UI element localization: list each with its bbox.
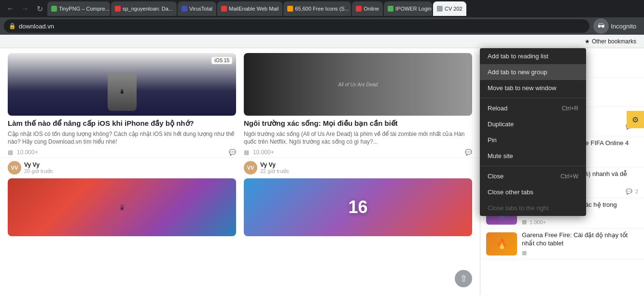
tab-ipower[interactable]: IPOWER Login bbox=[384, 1, 432, 16]
article-title-2: Ngôi trường xác sống: Mọi điều bạn cần b… bbox=[244, 119, 472, 128]
author-meta-1: Vy Vy 20 giờ trước bbox=[24, 161, 53, 174]
author-name-1: Vy Vy bbox=[24, 161, 53, 168]
comment-icon: 💬 bbox=[626, 188, 632, 195]
reload-button[interactable]: ↻ bbox=[33, 2, 46, 15]
bookmark-bar: ★ Other bookmarks bbox=[0, 35, 644, 48]
author-grid: VV Vy Vy 20 giờ trước VV Vy Vy 22 giờ tr… bbox=[0, 158, 480, 174]
ctx-shortcut: Ctrl+R bbox=[562, 105, 578, 112]
author-name-2: Vy Vy bbox=[260, 161, 289, 168]
tab-label: sp_nguyenloan: Da... bbox=[123, 6, 173, 12]
comment-icon: 💬 bbox=[465, 149, 472, 156]
settings-gear[interactable]: ⚙ bbox=[627, 111, 644, 128]
author-meta-2: Vy Vy 22 giờ trước bbox=[260, 161, 289, 174]
ctx-item-reload[interactable]: Reload Ctrl+R bbox=[480, 100, 586, 116]
tab-label: 65,600 Free Icons (S... bbox=[295, 6, 349, 12]
ctx-label: Duplicate bbox=[488, 121, 514, 128]
bar-icon: ▩ bbox=[522, 250, 527, 256]
comment-icon: 💬 bbox=[229, 149, 236, 156]
article-desc-1: Cập nhật iOS có tốn dung lượng không? Cá… bbox=[8, 130, 236, 147]
article-grid: iOS 15 📱 All of Us Are Dead bbox=[0, 48, 480, 119]
article-card-2: All of Us Are Dead bbox=[244, 53, 472, 116]
tab-online[interactable]: Online bbox=[352, 1, 383, 16]
ctx-item-close-others[interactable]: Close other tabs bbox=[480, 184, 586, 200]
ctx-item-mute[interactable]: Mute site bbox=[480, 148, 586, 164]
sidebar-item-7[interactable]: 🔥 Garena Free Fire: Cài đặt độ nhạy tốt … bbox=[480, 228, 644, 259]
incognito-label: Incognito bbox=[611, 23, 636, 30]
sb-info-7: Garena Free Fire: Cài đặt độ nhạy tốt nh… bbox=[522, 231, 638, 256]
main-area: iOS 15 📱 All of Us Are Dead Làm thế nào … bbox=[0, 48, 644, 295]
lock-icon: 🔒 bbox=[9, 23, 16, 29]
ctx-item-duplicate[interactable]: Duplicate bbox=[480, 116, 586, 132]
ctx-item-pin[interactable]: Pin bbox=[480, 132, 586, 148]
tab-sp[interactable]: sp_nguyenloan: Da... bbox=[111, 1, 177, 16]
tab-cv[interactable]: CV 202 bbox=[433, 1, 466, 16]
ctx-label: Close tabs to the right bbox=[488, 204, 548, 212]
ctx-label: Pin bbox=[488, 136, 497, 144]
bar-icon: ▩ bbox=[522, 219, 527, 225]
tab-label: Online bbox=[364, 6, 379, 12]
ctx-label: Close other tabs bbox=[488, 188, 533, 196]
tab-label: CV 202 bbox=[445, 6, 462, 12]
bottom-image-1: 📱 bbox=[8, 178, 236, 236]
article-desc-2: Ngôi trường xác sống (All of Us Are Dead… bbox=[244, 130, 472, 147]
star-icon: ★ bbox=[585, 38, 590, 45]
article-text-1[interactable]: Làm thế nào để nâng cấp iOS khi iPhone đ… bbox=[8, 119, 236, 156]
article-stats-1: ▩ 10.000+ 💬 bbox=[8, 149, 236, 156]
ctx-item-new-window[interactable]: Move tab to new window bbox=[480, 80, 586, 96]
sb-stats-6: ▩ 1.000+ bbox=[522, 219, 638, 225]
article-image-2: All of Us Are Dead bbox=[244, 53, 472, 116]
ctx-item-close-right[interactable]: Close tabs to the right bbox=[480, 200, 586, 216]
article-image-1: iOS 15 📱 bbox=[8, 53, 236, 116]
tab-tinyPNG[interactable]: TinyPNG – Compre... bbox=[47, 1, 110, 16]
bottom-image-grid: 📱 16 bbox=[0, 174, 480, 236]
ctx-label: Add tab to reading list bbox=[488, 53, 548, 60]
author-2: VV Vy Vy 22 giờ trước bbox=[244, 161, 472, 174]
bottom-image-2: 16 bbox=[244, 178, 472, 236]
author-time-2: 22 giờ trước bbox=[260, 168, 289, 174]
article-stats-2: ▩ 10.000+ 💬 bbox=[244, 149, 472, 156]
article-title-1: Làm thế nào để nâng cấp iOS khi iPhone đ… bbox=[8, 119, 236, 128]
incognito-badge: 🕶 bbox=[593, 18, 609, 34]
tab-label: TinyPNG – Compre... bbox=[59, 6, 110, 12]
avatar-2: VV bbox=[244, 161, 257, 174]
tab-label: MailEnable Web Mail bbox=[229, 6, 279, 12]
ctx-label: Reload bbox=[488, 105, 507, 112]
address-bar: 🔒 download.vn 🕶 Incognito bbox=[0, 17, 644, 35]
tab-label: VirusTotal bbox=[189, 6, 212, 12]
scroll-to-top-button[interactable]: ⇧ bbox=[455, 270, 472, 287]
ctx-label: Move tab to new window bbox=[488, 84, 556, 92]
browser-chrome: ← → ↻ TinyPNG – Compre... sp_nguyenloan:… bbox=[0, 0, 644, 48]
bar-chart-icon: ▩ bbox=[8, 149, 13, 156]
tab-bar: ← → ↻ TinyPNG – Compre... sp_nguyenloan:… bbox=[0, 0, 644, 17]
ctx-label: Mute site bbox=[488, 152, 513, 160]
author-time-1: 20 giờ trước bbox=[24, 168, 53, 174]
main-content: iOS 15 📱 All of Us Are Dead Làm thế nào … bbox=[0, 48, 480, 295]
tab-virustotal[interactable]: VirusTotal bbox=[178, 1, 216, 16]
avatar-1: VV bbox=[8, 161, 21, 174]
tab-mailenable[interactable]: MailEnable Web Mail bbox=[217, 1, 282, 16]
url-box[interactable]: 🔒 download.vn bbox=[4, 19, 589, 33]
back-button[interactable]: ← bbox=[4, 2, 17, 15]
context-menu: Add tab to reading list Add tab to new g… bbox=[480, 48, 586, 216]
article-text-2[interactable]: Ngôi trường xác sống: Mọi điều bạn cần b… bbox=[244, 119, 472, 156]
ctx-divider-1 bbox=[480, 98, 586, 98]
ctx-item-new-group[interactable]: Add tab to new group bbox=[480, 64, 586, 80]
sb-title-7: Garena Free Fire: Cài đặt độ nhạy tốt nh… bbox=[522, 231, 638, 248]
article-text-grid: Làm thế nào để nâng cấp iOS khi iPhone đ… bbox=[0, 119, 480, 156]
bookmark-other[interactable]: ★ Other bookmarks bbox=[581, 37, 640, 46]
article-card-1: iOS 15 📱 bbox=[8, 53, 236, 116]
sb-stats-7: ▩ bbox=[522, 250, 638, 256]
ctx-label: Close bbox=[488, 173, 504, 180]
sb-thumb-7: 🔥 bbox=[486, 232, 517, 255]
tab-icons[interactable]: 65,600 Free Icons (S... bbox=[283, 1, 351, 16]
ctx-item-close[interactable]: Close Ctrl+W bbox=[480, 168, 586, 184]
bar-chart-icon: ▩ bbox=[244, 149, 249, 156]
ctx-item-reading-list[interactable]: Add tab to reading list bbox=[480, 48, 586, 64]
ctx-shortcut: Ctrl+W bbox=[560, 173, 578, 180]
tab-label: IPOWER Login bbox=[395, 6, 432, 12]
ctx-label: Add tab to new group bbox=[488, 68, 547, 76]
forward-button[interactable]: → bbox=[18, 2, 32, 15]
url-text: download.vn bbox=[19, 23, 54, 30]
author-1: VV Vy Vy 20 giờ trước bbox=[8, 161, 236, 174]
ctx-divider-2 bbox=[480, 166, 586, 166]
